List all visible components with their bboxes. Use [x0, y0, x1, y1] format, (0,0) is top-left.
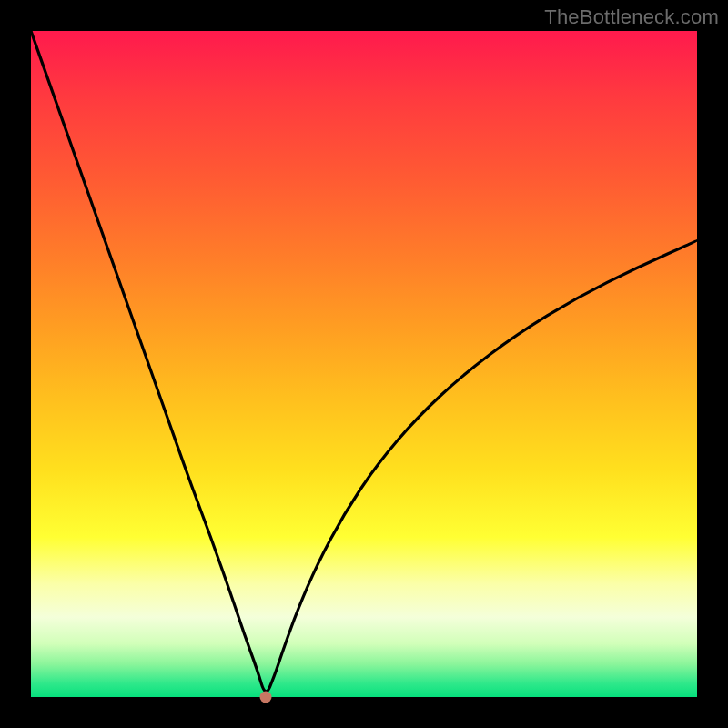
plot-area [31, 31, 697, 697]
chart-frame: TheBottleneck.com [0, 0, 728, 728]
min-point-marker [259, 692, 271, 703]
watermark-text: TheBottleneck.com [544, 5, 719, 29]
bottleneck-curve [31, 31, 697, 697]
